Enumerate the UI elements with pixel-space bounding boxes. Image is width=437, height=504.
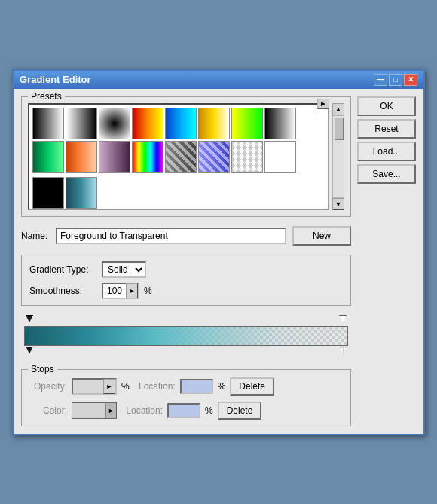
gradient-type-label: Gradient Type: — [29, 264, 97, 275]
stops-group-label: Stops — [28, 364, 57, 374]
gradient-bar-bg — [25, 327, 347, 345]
smoothness-stepper[interactable]: ► — [126, 283, 138, 298]
opacity-stepper[interactable]: ► — [103, 379, 115, 394]
reset-button[interactable]: Reset — [357, 119, 416, 139]
gradient-overlay — [25, 327, 347, 345]
presets-group: Presets ► — [21, 96, 351, 217]
presets-scrollbar: ▲ ▼ — [332, 103, 344, 210]
close-button[interactable]: ✕ — [404, 74, 417, 86]
maximize-button[interactable]: □ — [389, 74, 402, 86]
opacity-percent: % — [121, 381, 130, 392]
preset-item[interactable] — [32, 141, 64, 173]
smoothness-row: Smoothness: 100 ► % — [29, 283, 343, 299]
opacity-location-input[interactable] — [180, 379, 213, 394]
color-value-box[interactable]: ► — [72, 402, 117, 419]
color-label: Color: — [29, 405, 67, 416]
minimize-button[interactable]: — — [374, 74, 387, 86]
gradient-options: Gradient Type: Solid Noise Smoothness: 1… — [21, 255, 351, 306]
color-location-input[interactable] — [167, 403, 200, 418]
dialog-title: Gradient Editor — [20, 74, 91, 85]
presets-scroll-down[interactable]: ▼ — [332, 198, 344, 210]
color-stop-right[interactable] — [339, 347, 347, 357]
load-button[interactable]: Load... — [357, 142, 416, 161]
preset-item[interactable] — [66, 177, 97, 209]
presets-grid — [28, 103, 329, 177]
gradient-editor-dialog: Gradient Editor — □ ✕ Presets ► — [12, 69, 425, 435]
gradient-preview-section — [21, 312, 351, 360]
opacity-delete-button[interactable]: Delete — [230, 377, 274, 396]
name-row: Name: New — [21, 223, 351, 249]
right-buttons: OK Reset Load... Save... — [357, 96, 416, 426]
presets-scroll-thumb[interactable] — [335, 118, 344, 140]
color-stop-left[interactable] — [26, 347, 33, 357]
color-arrow[interactable]: ► — [105, 403, 116, 418]
preset-item[interactable] — [32, 177, 64, 209]
left-panel: Presets ► — [21, 96, 351, 426]
gradient-type-select[interactable]: Solid Noise — [102, 261, 146, 278]
preset-item[interactable] — [198, 108, 230, 139]
preset-item[interactable] — [165, 108, 197, 139]
title-bar-buttons: — □ ✕ — [374, 74, 417, 86]
color-location-label: Location: — [121, 405, 163, 416]
preset-item[interactable] — [32, 108, 64, 139]
smoothness-percent: % — [144, 286, 152, 296]
presets-scroll-track — [332, 115, 344, 198]
save-button[interactable]: Save... — [357, 164, 416, 184]
gradient-type-row: Gradient Type: Solid Noise — [29, 261, 343, 278]
preset-item[interactable] — [66, 108, 97, 139]
color-delete-button[interactable]: Delete — [218, 402, 262, 420]
opacity-stop-right[interactable] — [339, 315, 347, 325]
color-location-percent: % — [205, 405, 213, 416]
presets-scroll-up[interactable]: ▲ — [332, 103, 344, 115]
preset-item[interactable] — [132, 141, 163, 173]
preset-item[interactable] — [264, 108, 296, 139]
opacity-stop-left[interactable] — [26, 315, 33, 325]
opacity-location-label: Location: — [134, 381, 176, 392]
name-input[interactable] — [56, 228, 286, 244]
dialog-body: Presets ► — [14, 89, 423, 434]
title-bar: Gradient Editor — □ ✕ — [14, 71, 423, 89]
color-stop-row: Color: ► Location: % Delete — [29, 402, 343, 420]
smoothness-value: 100 — [103, 286, 126, 296]
new-button[interactable]: New — [292, 226, 351, 246]
opacity-value-box: ► — [72, 378, 117, 395]
opacity-stop-row: Opacity: ► % Location: % Delete — [29, 377, 343, 396]
smoothness-label: Smoothness: — [29, 286, 97, 296]
presets-label: Presets — [28, 91, 65, 102]
preset-item[interactable] — [66, 141, 97, 173]
presets-next-button[interactable]: ► — [317, 99, 329, 109]
preset-item[interactable] — [165, 141, 197, 173]
stops-inner: Opacity: ► % Location: % Delete Color: — [29, 377, 343, 420]
ok-button[interactable]: OK — [357, 96, 416, 116]
preset-item[interactable] — [132, 108, 163, 139]
presets-grid-row3 — [28, 176, 329, 210]
preset-item[interactable] — [231, 108, 263, 139]
name-label: Name: — [21, 231, 50, 241]
preset-item — [264, 141, 296, 173]
preset-item[interactable] — [198, 141, 230, 173]
stops-group: Stops Opacity: ► % Location: % Delete — [21, 369, 351, 426]
opacity-location-percent: % — [218, 381, 226, 392]
opacity-stops-bar — [24, 312, 348, 325]
preset-item[interactable] — [231, 141, 263, 173]
preset-item[interactable] — [99, 108, 130, 139]
color-stops-bar — [24, 347, 348, 360]
preset-item[interactable] — [99, 141, 130, 173]
gradient-bar[interactable] — [24, 326, 348, 346]
opacity-label: Opacity: — [29, 381, 67, 392]
